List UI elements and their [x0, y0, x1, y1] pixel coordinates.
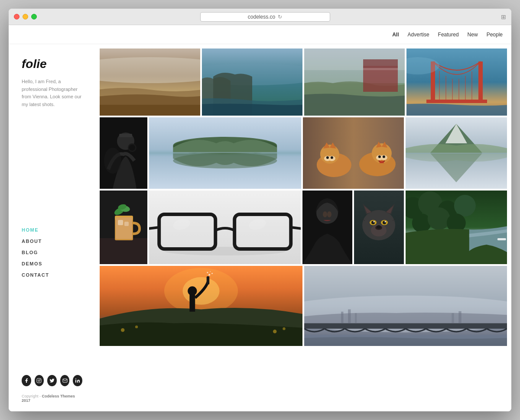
top-nav-links: All Advertise Featured New People: [392, 32, 503, 38]
nav-featured[interactable]: Featured: [438, 32, 459, 38]
expand-icon[interactable]: ⊞: [501, 13, 506, 20]
social-icons: [22, 358, 82, 391]
photo-dark-person[interactable]: [100, 117, 147, 189]
page-content: All Advertise Featured New People folie …: [9, 25, 511, 411]
copyright-brand: Codeless Themes 2017: [22, 394, 75, 403]
site-logo: folie: [22, 57, 82, 71]
gallery-row-3: [100, 191, 507, 264]
svg-point-105: [211, 273, 213, 274]
nav-contact[interactable]: CONTACT: [22, 272, 82, 278]
url-text: codeless.co: [248, 14, 275, 20]
svg-point-42: [330, 156, 333, 159]
svg-point-41: [326, 156, 328, 159]
svg-point-107: [207, 272, 208, 273]
svg-rect-12: [304, 48, 405, 70]
svg-rect-101: [189, 293, 195, 312]
svg-point-3: [75, 378, 76, 379]
close-button[interactable]: [14, 14, 20, 19]
nav-people[interactable]: People: [487, 32, 503, 38]
photo-island-reflection[interactable]: [149, 117, 301, 189]
svg-rect-70: [161, 216, 214, 247]
svg-rect-26: [119, 134, 132, 137]
browser-titlebar: codeless.co ↻ ⊞: [9, 9, 511, 25]
photo-bridge-dusk[interactable]: [304, 266, 507, 346]
svg-point-95: [428, 207, 450, 230]
svg-point-38: [320, 145, 339, 164]
email-icon[interactable]: [60, 375, 70, 386]
svg-rect-49: [379, 161, 384, 163]
photo-woman-portrait[interactable]: [302, 191, 352, 264]
browser-traffic-lights: [14, 14, 37, 19]
svg-rect-120: [458, 311, 461, 323]
svg-point-28: [129, 145, 135, 151]
svg-point-102: [188, 286, 197, 295]
svg-rect-22: [426, 100, 487, 103]
nav-blog[interactable]: BLOG: [22, 250, 82, 255]
svg-point-111: [283, 327, 285, 330]
facebook-icon[interactable]: [22, 375, 31, 386]
svg-rect-97: [497, 238, 506, 240]
photo-desert[interactable]: [100, 48, 200, 116]
top-navigation: All Advertise Featured New People: [9, 25, 511, 44]
nav-advertise[interactable]: Advertise: [408, 32, 429, 38]
svg-rect-116: [341, 312, 343, 323]
svg-rect-0: [37, 378, 41, 383]
svg-point-48: [382, 155, 385, 158]
refresh-icon[interactable]: ↻: [278, 14, 282, 20]
photo-eyeglasses[interactable]: [149, 191, 301, 264]
svg-point-108: [121, 328, 125, 332]
maximize-button[interactable]: [31, 14, 37, 19]
svg-point-110: [273, 330, 277, 333]
photo-wolf[interactable]: [354, 191, 404, 264]
svg-rect-61: [124, 222, 129, 226]
photo-gallery: [95, 44, 511, 411]
svg-point-86: [377, 225, 381, 229]
address-input[interactable]: codeless.co ↻: [200, 12, 330, 22]
svg-point-2: [40, 379, 41, 380]
photo-forest-aerial[interactable]: [406, 191, 507, 264]
browser-actions: ⊞: [493, 13, 506, 20]
svg-rect-60: [118, 220, 123, 225]
svg-point-93: [454, 195, 476, 216]
gallery-row-4: [100, 266, 507, 346]
svg-point-44: [371, 143, 391, 163]
sidebar-description: Hello, I am Fred, a professional Photogr…: [22, 78, 82, 108]
svg-point-109: [135, 326, 138, 328]
nav-about[interactable]: ABOUT: [22, 239, 82, 244]
linkedin-icon[interactable]: [73, 375, 82, 386]
photo-cocktail[interactable]: [100, 191, 147, 264]
svg-rect-103: [207, 276, 209, 284]
svg-rect-71: [236, 216, 289, 247]
svg-rect-15: [478, 61, 483, 103]
main-layout: folie Hello, I am Fred, a professional P…: [9, 44, 511, 411]
photo-golden-gate[interactable]: [406, 48, 507, 116]
nav-new[interactable]: New: [468, 32, 478, 38]
nav-home[interactable]: HOME: [22, 227, 82, 233]
nav-all[interactable]: All: [392, 32, 399, 38]
photo-man-drinking-sunset[interactable]: [100, 266, 302, 346]
svg-point-5: [100, 57, 200, 83]
svg-point-35: [173, 153, 277, 168]
sidebar: folie Hello, I am Fred, a professional P…: [9, 44, 95, 411]
svg-rect-117: [348, 309, 351, 323]
main-navigation: HOME ABOUT BLOG DEMOS CONTACT: [22, 201, 82, 278]
photo-mountain-reflection[interactable]: [406, 117, 507, 189]
svg-rect-119: [452, 313, 454, 323]
svg-point-104: [208, 274, 210, 276]
instagram-icon[interactable]: [35, 375, 44, 386]
nav-demos[interactable]: DEMOS: [22, 261, 82, 266]
svg-point-82: [374, 221, 375, 223]
svg-rect-118: [355, 313, 357, 323]
photo-coast[interactable]: [202, 48, 302, 116]
twitter-icon[interactable]: [47, 375, 57, 386]
svg-point-47: [378, 155, 380, 158]
copyright-text: Copyright - Codeless Themes 2017: [22, 394, 82, 403]
svg-point-83: [385, 221, 386, 223]
svg-point-75: [327, 211, 332, 217]
photo-misty-mountains[interactable]: [304, 48, 405, 116]
minimize-button[interactable]: [23, 14, 28, 19]
svg-point-1: [38, 380, 40, 381]
svg-point-29: [104, 148, 121, 174]
photo-foxes[interactable]: [303, 117, 404, 189]
svg-rect-114: [304, 323, 507, 329]
